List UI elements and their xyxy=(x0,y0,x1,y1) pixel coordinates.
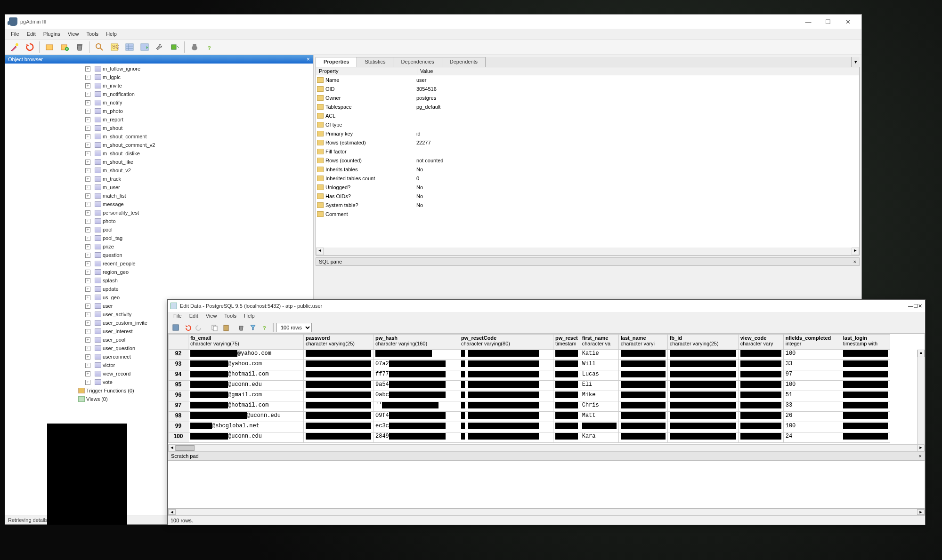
expand-icon[interactable]: + xyxy=(85,312,90,317)
expand-icon[interactable]: + xyxy=(85,83,90,88)
menu-edit[interactable]: Edit xyxy=(186,312,202,321)
tree-item-table[interactable]: +m_shout_comment xyxy=(85,132,313,141)
menu-edit[interactable]: Edit xyxy=(23,30,40,38)
expand-icon[interactable]: + xyxy=(85,244,90,249)
property-row[interactable]: Primary keyid xyxy=(316,129,859,138)
expand-icon[interactable]: + xyxy=(85,219,90,224)
column-header[interactable]: passwordcharacter varying(25) xyxy=(304,335,374,350)
expand-icon[interactable]: + xyxy=(85,227,90,232)
minimize-button[interactable]: — xyxy=(908,303,913,309)
tree-item-table[interactable]: +m_shout_dislike xyxy=(85,149,313,158)
scratchpad-header[interactable]: Scratch pad × xyxy=(168,452,925,460)
expand-icon[interactable]: + xyxy=(85,236,90,241)
table-row[interactable]: 92@yahoo.com Katie100 xyxy=(169,350,890,360)
tree-item-table[interactable]: +m_photo xyxy=(85,107,313,115)
tree-item-table[interactable]: +recent_people xyxy=(85,259,313,268)
expand-icon[interactable]: + xyxy=(85,185,90,190)
filter-icon[interactable] xyxy=(248,322,258,333)
close-icon[interactable]: × xyxy=(853,259,856,264)
expand-icon[interactable]: + xyxy=(85,363,90,368)
hscrollbar[interactable]: ◄► xyxy=(316,248,859,255)
data-grid[interactable]: fb_emailcharacter varying(75)passwordcha… xyxy=(168,334,925,444)
column-header[interactable]: last_logintimestamp with xyxy=(841,335,890,350)
expand-icon[interactable]: + xyxy=(85,295,90,300)
property-row[interactable]: Ownerpostgres xyxy=(316,93,859,102)
details-tabs[interactable]: Properties Statistics Dependencies Depen… xyxy=(316,57,860,67)
tree-item-table[interactable]: +splash xyxy=(85,276,313,285)
property-row[interactable]: Fill factor xyxy=(316,147,859,156)
expand-icon[interactable]: + xyxy=(85,143,90,148)
undo-icon[interactable] xyxy=(182,322,193,333)
expand-icon[interactable]: + xyxy=(85,168,90,173)
column-header[interactable]: nfields_completedinteger xyxy=(783,335,841,350)
tree-item-table[interactable]: +pool_tag xyxy=(85,234,313,242)
column-header[interactable] xyxy=(169,335,188,350)
column-header[interactable]: last_namecharacter varyi xyxy=(618,335,667,350)
table-row[interactable]: 93@yahoo.com07a2 Will33 xyxy=(169,360,890,370)
expand-icon[interactable]: + xyxy=(85,278,90,283)
vscrollbar[interactable]: ▲ xyxy=(917,350,925,444)
property-row[interactable]: Rows (counted)not counted xyxy=(316,156,859,165)
column-header[interactable]: first_namecharacter va xyxy=(580,335,618,350)
scratchpad[interactable] xyxy=(168,460,925,509)
menu-view[interactable]: View xyxy=(64,30,83,38)
table-row[interactable]: 94@hotmail.comff77 Lucas97 xyxy=(169,370,890,381)
expand-icon[interactable]: + xyxy=(85,109,90,114)
property-row[interactable]: Nameuser xyxy=(316,75,859,84)
expand-icon[interactable]: + xyxy=(85,210,90,216)
expand-icon[interactable]: + xyxy=(85,202,90,207)
menu-help[interactable]: Help xyxy=(102,30,121,38)
column-header[interactable]: view_codecharacter vary xyxy=(738,335,783,350)
tree-item-table[interactable]: +pool xyxy=(85,225,313,234)
property-row[interactable]: Of type xyxy=(316,120,859,129)
tab-dependents[interactable]: Dependents xyxy=(442,57,486,67)
column-header[interactable]: fb_emailcharacter varying(75) xyxy=(188,335,304,350)
sql-pane-header[interactable]: SQL pane × xyxy=(316,257,860,266)
tree-item-table[interactable]: +m_shout xyxy=(85,124,313,132)
expand-icon[interactable]: + xyxy=(85,176,90,182)
menu-file[interactable]: File xyxy=(170,312,186,321)
tree-item-table[interactable]: +question xyxy=(85,251,313,259)
expand-icon[interactable]: + xyxy=(85,253,90,258)
drop-icon[interactable] xyxy=(73,40,86,54)
hscrollbar[interactable]: ◄► xyxy=(168,444,925,452)
chevron-down-icon[interactable]: ▾ xyxy=(851,57,860,67)
sql-query-icon[interactable] xyxy=(93,40,106,54)
tree-item-table[interactable]: +m_invite xyxy=(85,81,313,90)
expand-icon[interactable]: + xyxy=(85,100,90,105)
filter-data-icon[interactable] xyxy=(138,40,151,54)
tree-item-table[interactable]: +m_user xyxy=(85,183,313,192)
expand-icon[interactable]: + xyxy=(85,287,90,292)
expand-icon[interactable]: + xyxy=(85,193,90,199)
row-limit-select[interactable]: 100 rows xyxy=(276,323,312,332)
expand-icon[interactable]: + xyxy=(85,92,90,97)
expand-icon[interactable]: + xyxy=(85,75,90,80)
expand-icon[interactable]: + xyxy=(85,320,90,326)
table-row[interactable]: 99@sbcglobal.netec3c 100 xyxy=(169,422,890,432)
data-titlebar[interactable]: Edit Data - PostgreSQL 9.5 (localhost:54… xyxy=(168,300,925,312)
menu-plugins[interactable]: Plugins xyxy=(40,30,64,38)
expand-icon[interactable]: + xyxy=(85,117,90,122)
property-row[interactable]: ACL xyxy=(316,111,859,120)
property-row[interactable]: Comment xyxy=(316,209,859,218)
close-icon[interactable]: × xyxy=(919,453,922,459)
properties-icon[interactable] xyxy=(43,40,56,54)
create-icon[interactable] xyxy=(58,40,71,54)
tab-dependencies[interactable]: Dependencies xyxy=(393,57,442,67)
sql-editor-icon[interactable]: SQL xyxy=(108,40,121,54)
expand-icon[interactable]: + xyxy=(85,329,90,334)
tree-item-table[interactable]: +region_geo xyxy=(85,268,313,276)
expand-icon[interactable]: + xyxy=(85,337,90,343)
save-icon[interactable] xyxy=(171,322,181,333)
close-icon[interactable]: × xyxy=(307,56,310,63)
paste-icon[interactable] xyxy=(221,322,231,333)
expand-icon[interactable]: + xyxy=(85,160,90,165)
properties-grid[interactable]: Property Value NameuserOID3054516Ownerpo… xyxy=(316,67,860,256)
tree-item-table[interactable]: +m_notification xyxy=(85,90,313,98)
expand-icon[interactable]: + xyxy=(85,346,90,351)
connect-icon[interactable] xyxy=(8,40,21,54)
column-header[interactable]: fb_idcharacter varying(25) xyxy=(667,335,738,350)
expand-icon[interactable]: + xyxy=(85,261,90,266)
tree-item-table[interactable]: +m_notify xyxy=(85,98,313,107)
tree-item-table[interactable]: +match_list xyxy=(85,192,313,200)
